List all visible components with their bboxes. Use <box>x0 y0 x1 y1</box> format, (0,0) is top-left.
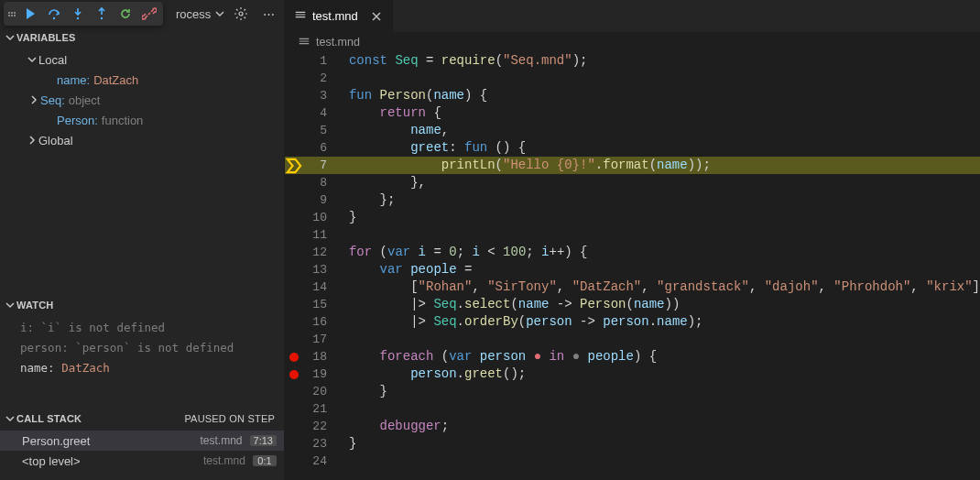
line-number: 20 <box>303 383 340 400</box>
var-seq[interactable]: Seq: object <box>0 90 284 110</box>
code-line[interactable]: 13 var people = <box>285 261 980 278</box>
code-line[interactable]: 18 foreach (var person ● in ● people) { <box>285 348 980 365</box>
code-line[interactable]: 20 } <box>285 383 980 400</box>
gutter-glyph[interactable] <box>285 370 303 379</box>
step-out-button[interactable] <box>90 2 114 26</box>
restart-button[interactable] <box>114 2 137 26</box>
step-into-button[interactable] <box>66 2 90 26</box>
chevron-down-icon <box>4 413 16 424</box>
editor-area: test.mnd test.mnd 1const Seq = require("… <box>284 0 980 480</box>
debug-config-label: rocess <box>176 7 211 21</box>
code-editor[interactable]: 1const Seq = require("Seq.mnd");23fun Pe… <box>285 52 980 480</box>
stack-frame[interactable]: <top level> test.mnd 0:1 <box>0 451 284 471</box>
svg-point-3 <box>239 12 243 16</box>
breakpoint-icon <box>289 353 299 362</box>
scope-local[interactable]: Local <box>0 49 284 70</box>
chevron-right-icon <box>27 94 40 105</box>
code-line[interactable]: 7 printLn("Hello {0}!".format(name)); <box>285 157 980 174</box>
line-number: 18 <box>303 348 340 365</box>
code-line[interactable]: 9 }; <box>285 191 980 209</box>
code-line[interactable]: 3fun Person(name) { <box>285 87 980 104</box>
line-number: 4 <box>303 104 340 122</box>
var-person[interactable]: Person: function <box>0 110 284 130</box>
code-line[interactable]: 10} <box>285 209 980 226</box>
breadcrumb-label: test.mnd <box>316 36 360 49</box>
line-number: 14 <box>303 278 340 296</box>
line-number: 12 <box>303 244 340 261</box>
callstack-header[interactable]: CALL STACK PAUSED ON STEP <box>0 409 284 429</box>
code-line[interactable]: 8 }, <box>285 174 980 191</box>
code-line[interactable]: 6 greet: fun () { <box>285 139 980 157</box>
settings-gear-icon[interactable] <box>229 2 253 26</box>
file-icon <box>294 8 307 24</box>
code-line[interactable]: 16 |> Seq.orderBy(person -> person.name)… <box>285 313 980 331</box>
line-number: 23 <box>303 435 340 453</box>
close-icon[interactable] <box>369 9 384 24</box>
code-line[interactable]: 15 |> Seq.select(name -> Person(name)) <box>285 296 980 313</box>
code-line[interactable]: 17 <box>285 331 980 348</box>
watch-item[interactable]: i: `i` is not defined <box>0 317 284 337</box>
debug-top-strip: rocess ⋯ <box>0 0 284 27</box>
chevron-down-icon <box>4 32 16 43</box>
code-line[interactable]: 23} <box>285 435 980 453</box>
line-content: printLn("Hello {0}!".format(name)); <box>340 157 980 174</box>
line-number: 8 <box>303 174 340 191</box>
gutter-glyph[interactable] <box>285 157 303 175</box>
variables-panel: Local name: DatZach Seq: object Person: … <box>0 48 284 258</box>
toolbar-grip[interactable] <box>5 12 18 16</box>
watch-header[interactable]: WATCH <box>0 295 284 315</box>
continue-button[interactable] <box>18 2 42 26</box>
var-name[interactable]: name: DatZach <box>0 70 284 90</box>
line-number: 21 <box>303 400 340 418</box>
chevron-down-icon <box>4 300 16 311</box>
chevron-right-icon <box>26 135 38 146</box>
code-line[interactable]: 19 person.greet(); <box>285 365 980 383</box>
current-line-icon <box>285 157 303 175</box>
code-line[interactable]: 1const Seq = require("Seq.mnd"); <box>285 52 980 70</box>
line-number: 10 <box>303 209 340 226</box>
line-content: person.greet(); <box>340 365 980 383</box>
line-content: fun Person(name) { <box>340 87 980 104</box>
line-content: var people = <box>340 261 980 278</box>
code-line[interactable]: 21 <box>285 400 980 418</box>
line-content: |> Seq.orderBy(person -> person.name); <box>340 313 980 331</box>
line-number: 3 <box>303 87 340 104</box>
line-number: 24 <box>303 453 340 470</box>
svg-point-1 <box>77 17 79 19</box>
code-line[interactable]: 4 return { <box>285 104 980 122</box>
variables-title: VARIABLES <box>16 32 76 43</box>
code-line[interactable]: 24 <box>285 453 980 470</box>
scope-global[interactable]: Global <box>0 130 284 150</box>
line-content: } <box>340 209 980 226</box>
line-content: |> Seq.select(name -> Person(name)) <box>340 296 980 313</box>
scope-global-label: Global <box>38 134 73 147</box>
code-line[interactable]: 5 name, <box>285 122 980 139</box>
code-line[interactable]: 11 <box>285 226 980 244</box>
watch-item[interactable]: name: DatZach <box>0 357 284 377</box>
code-line[interactable]: 22 debugger; <box>285 418 980 435</box>
line-content: debugger; <box>340 418 980 435</box>
line-content: }, <box>340 174 980 191</box>
scope-local-label: Local <box>38 53 67 67</box>
more-actions-icon[interactable]: ⋯ <box>256 2 280 26</box>
gutter-glyph[interactable] <box>285 353 303 362</box>
tab-active[interactable]: test.mnd <box>285 0 394 32</box>
line-content: return { <box>340 104 980 122</box>
code-line[interactable]: 14 ["Rohan", "SirTony", "DatZach", "gran… <box>285 278 980 296</box>
line-number: 15 <box>303 296 340 313</box>
variables-header[interactable]: VARIABLES <box>0 27 284 48</box>
line-content: name, <box>340 122 980 139</box>
disconnect-button[interactable] <box>137 2 161 26</box>
breadcrumb[interactable]: test.mnd <box>285 32 980 52</box>
stack-frame[interactable]: Person.greet test.mnd 7:13 <box>0 431 284 451</box>
line-content: foreach (var person ● in ● people) { <box>340 348 980 365</box>
watch-item[interactable]: person: `person` is not defined <box>0 337 284 357</box>
code-line[interactable]: 12for (var i = 0; i < 100; i++) { <box>285 244 980 261</box>
line-number: 9 <box>303 191 340 209</box>
tab-bar: test.mnd <box>285 0 980 32</box>
debug-sidebar: rocess ⋯ VARIABLES Local name: DatZach S… <box>0 0 284 480</box>
step-over-button[interactable] <box>42 2 66 26</box>
code-line[interactable]: 2 <box>285 70 980 87</box>
debug-config-dropdown[interactable]: rocess <box>176 7 225 21</box>
breakpoint-icon <box>289 370 299 379</box>
